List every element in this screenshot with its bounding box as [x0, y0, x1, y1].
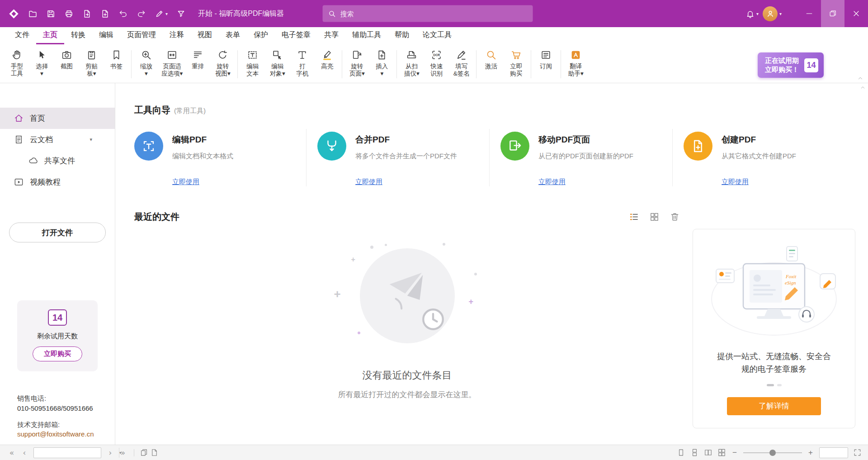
ribbon-tool-select[interactable]: 选择 ▾ [29, 47, 54, 79]
use-now-link[interactable]: 立即使用 [355, 178, 382, 186]
ribbon-tool-quick-ocr[interactable]: 快速 识别 [424, 47, 449, 79]
prev-page-button[interactable]: ‹ [19, 448, 30, 457]
buy-now-button[interactable]: 立即购买 [33, 346, 82, 361]
ribbon-tool-highlight[interactable]: 高亮 [315, 47, 340, 71]
menu-item-form[interactable]: 表单 [219, 27, 247, 44]
trial-buy-now-badge[interactable]: 正在试用期立即购买！ 14 [758, 52, 824, 78]
close-button[interactable] [844, 0, 868, 27]
last-page-button[interactable]: » [118, 448, 128, 457]
zoom-slider[interactable] [743, 449, 802, 456]
hand-tool-icon [11, 48, 23, 62]
copy-page-icon[interactable] [150, 448, 159, 457]
menu-item-convert[interactable]: 转换 [64, 27, 92, 44]
search-input[interactable] [340, 10, 528, 18]
ribbon-tool-activate[interactable]: 激活 [479, 47, 504, 71]
use-now-link[interactable]: 立即使用 [722, 178, 749, 186]
camera-icon [61, 48, 72, 62]
esign-dropdown-caret[interactable]: ▾ [165, 11, 172, 16]
ribbon-tool-typewriter[interactable]: 打 字机 [290, 47, 315, 79]
ribbon-tool-edit-object[interactable]: 编辑 对象▾ [265, 47, 290, 79]
account-dropdown-caret[interactable]: ▾ [779, 11, 786, 16]
zoom-value-box[interactable] [819, 447, 848, 458]
menu-item-view[interactable]: 视图 [191, 27, 219, 44]
carousel-dot-active[interactable] [767, 384, 774, 386]
ribbon-tool-zoom[interactable]: 缩放 ▾ [134, 47, 159, 79]
menu-item-comment[interactable]: 注释 [163, 27, 191, 44]
menu-item-help[interactable]: 帮助 [388, 27, 416, 44]
minimize-button[interactable] [797, 0, 821, 27]
sidebar-item-cloud-docs[interactable]: 云文档 ▾ [0, 129, 115, 150]
scrollbar-up-icon[interactable] [860, 85, 866, 90]
snapshot-page-icon[interactable] [140, 448, 148, 457]
save-button[interactable] [42, 4, 60, 24]
menu-item-protect[interactable]: 保护 [247, 27, 275, 44]
bell-dropdown-caret[interactable]: ▾ [756, 11, 763, 16]
ribbon-tool-clipboard[interactable]: 剪贴 板▾ [79, 47, 104, 79]
esign-promo-panel: Foxit eSign [693, 229, 855, 428]
facing-continuous-view-icon[interactable] [717, 448, 726, 457]
menu-item-accessibility[interactable]: 辅助工具 [345, 27, 388, 44]
ribbon-tool-subscribe[interactable]: 订阅 [533, 47, 558, 71]
tool-card-edit-pdf: 编辑PDF 编辑文档和文本格式 立即使用 [134, 129, 306, 186]
rotate-page-icon [351, 48, 363, 62]
ribbon-tool-hand[interactable]: 手型 工具 [5, 47, 29, 79]
carousel-dot[interactable] [777, 384, 782, 386]
open-folder-button[interactable] [24, 4, 42, 24]
ribbon-tool-translate-assistant[interactable]: 翻译 助手▾ [563, 47, 588, 79]
facing-view-icon[interactable] [704, 448, 712, 457]
learn-more-button[interactable]: 了解详情 [727, 397, 821, 415]
trash-icon[interactable] [670, 212, 680, 222]
ribbon-tool-from-scanner[interactable]: 从扫 描仪▾ [399, 47, 424, 79]
menu-item-home[interactable]: 主页 [36, 27, 64, 44]
grid-view-icon[interactable] [649, 212, 660, 222]
sidebar-item-home[interactable]: 首页 [0, 108, 115, 129]
use-now-link[interactable]: 立即使用 [538, 178, 566, 186]
ribbon-tool-bookmark[interactable]: 书签 [104, 47, 129, 71]
use-now-link[interactable]: 立即使用 [172, 178, 199, 186]
menu-item-paper-tools[interactable]: 论文工具 [416, 27, 458, 44]
ribbon-tool-fill-sign[interactable]: 填写 &签名 [449, 47, 474, 79]
zoom-out-button[interactable]: − [731, 448, 738, 457]
print-button[interactable] [60, 4, 78, 24]
svg-text:eSign: eSign [785, 280, 796, 285]
restore-window-button[interactable] [821, 0, 844, 27]
redo-button[interactable] [132, 4, 150, 24]
open-file-button[interactable]: 打开文件 [9, 223, 106, 242]
ribbon-tool-snapshot[interactable]: 截图 [54, 47, 79, 71]
next-page-button[interactable]: › [105, 448, 116, 457]
recent-files-empty-state: + + + 没有最近的文件条目 所有最近打开过的文件都会显示在这里。 [134, 223, 680, 445]
menu-item-edit[interactable]: 编辑 [92, 27, 120, 44]
continuous-view-icon[interactable] [690, 448, 699, 457]
single-page-view-icon[interactable] [677, 448, 685, 457]
search-icon [328, 9, 336, 18]
collapse-ribbon-icon[interactable] [857, 75, 863, 81]
ribbon-tool-rotate-view[interactable]: 旋转 视图▾ [210, 47, 235, 79]
ribbon-tool-fit-page-options[interactable]: 页面适 应选项▾ [159, 47, 185, 79]
ribbon-tool-insert[interactable]: 插入 ▾ [369, 47, 394, 79]
menu-item-share[interactable]: 共享 [317, 27, 345, 44]
export-pdf-button[interactable] [78, 4, 96, 24]
user-avatar[interactable] [763, 6, 778, 21]
zoom-in-button[interactable]: + [807, 448, 814, 457]
create-doc-button[interactable] [96, 4, 114, 24]
undo-button[interactable] [114, 4, 132, 24]
first-page-button[interactable]: « [6, 448, 17, 457]
chevron-down-icon[interactable]: ▾ [90, 137, 92, 142]
menu-item-page-organize[interactable]: 页面管理 [120, 27, 163, 44]
menu-item-esign[interactable]: 电子签章 [275, 27, 317, 44]
fullscreen-icon[interactable] [853, 448, 862, 457]
funnel-icon[interactable] [172, 4, 190, 24]
search-box[interactable] [323, 5, 533, 22]
support-email-link[interactable]: support@foxitsoftware.cn [17, 429, 110, 439]
sidebar-item-video-tutorials[interactable]: 视频教程 [0, 171, 115, 193]
ribbon-tool-reflow[interactable]: 重排 [185, 47, 210, 71]
ribbon-tool-edit-text[interactable]: 编辑 文本 [240, 47, 265, 79]
rotate-view-icon [217, 48, 228, 62]
home-icon [14, 113, 24, 123]
menu-item-file[interactable]: 文件 [8, 27, 36, 44]
list-view-icon[interactable] [629, 212, 639, 222]
sidebar-item-shared-files[interactable]: 共享文件 [0, 150, 115, 171]
ribbon-tool-rotate-pages[interactable]: 旋转 页面▾ [344, 47, 369, 79]
zoom-slider-thumb[interactable] [769, 450, 776, 456]
ribbon-tool-buy-now[interactable]: 立即 购买 [504, 47, 528, 79]
